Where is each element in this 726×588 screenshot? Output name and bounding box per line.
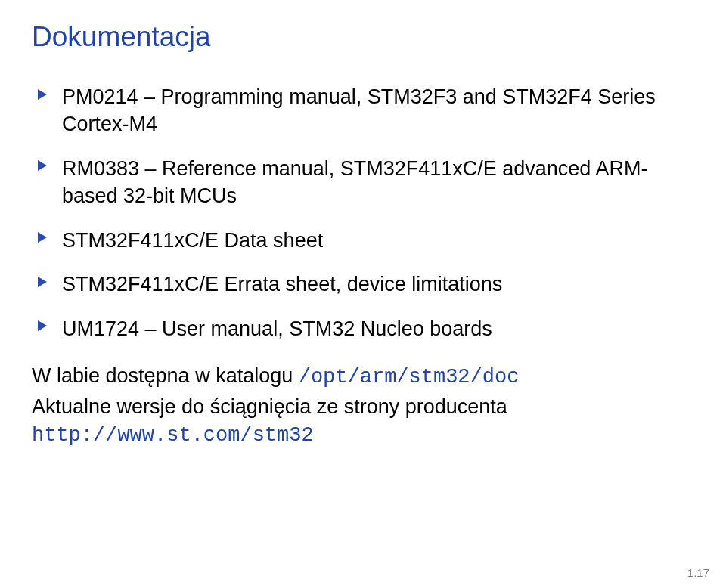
download-line: Aktualne wersje do ściągnięcia ze strony… — [32, 393, 694, 450]
list-item: PM0214 – Programming manual, STM32F3 and… — [32, 83, 694, 138]
list-item: UM1724 – User manual, STM32 Nucleo board… — [32, 315, 694, 342]
location-prefix: W labie dostępna w katalogu — [32, 364, 299, 387]
list-item-text: PM0214 – Programming manual, STM32F3 and… — [62, 85, 656, 135]
location-line: W labie dostępna w katalogu /opt/arm/stm… — [32, 362, 694, 391]
triangle-icon — [38, 277, 47, 287]
bullet-list: PM0214 – Programming manual, STM32F3 and… — [32, 83, 694, 342]
list-item-text: STM32F411xC/E Data sheet — [62, 229, 323, 252]
list-item-text: RM0383 – Reference manual, STM32F411xC/E… — [62, 157, 647, 207]
list-item-text: STM32F411xC/E Errata sheet, device limit… — [62, 273, 502, 296]
triangle-icon — [38, 89, 47, 100]
page-number: 1.17 — [687, 566, 709, 579]
slide-title: Dokumentacja — [32, 21, 694, 53]
triangle-icon — [38, 160, 47, 171]
list-item: STM32F411xC/E Errata sheet, device limit… — [32, 271, 694, 298]
list-item-text: UM1724 – User manual, STM32 Nucleo board… — [62, 317, 492, 340]
list-item: STM32F411xC/E Data sheet — [32, 227, 694, 254]
slide: Dokumentacja PM0214 – Programming manual… — [0, 0, 726, 588]
triangle-icon — [38, 232, 47, 243]
triangle-icon — [38, 320, 47, 331]
download-link[interactable]: http://www.st.com/stm32 — [32, 424, 314, 447]
list-item: RM0383 – Reference manual, STM32F411xC/E… — [32, 155, 694, 210]
location-path: /opt/arm/stm32/doc — [299, 366, 520, 388]
download-prefix: Aktualne wersje do ściągnięcia ze strony… — [32, 395, 507, 418]
